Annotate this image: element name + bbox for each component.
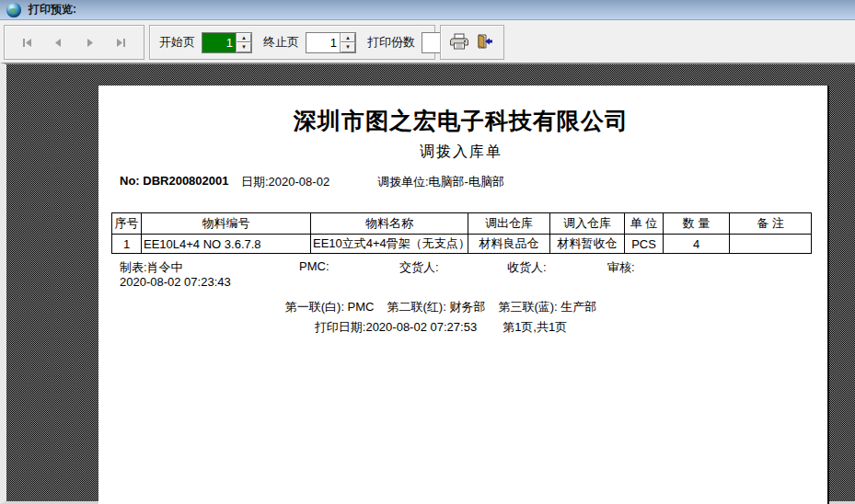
start-page-down-button[interactable]: ▼ <box>237 42 251 52</box>
copy-red: 第二联(红): 财务部 <box>387 299 486 315</box>
cell-in-warehouse: 材料暂收仓 <box>550 235 625 254</box>
previous-page-button[interactable] <box>47 30 71 54</box>
copy-blue: 第三联(蓝): 生产部 <box>498 299 596 315</box>
end-page-spinner[interactable]: 1 ▲ ▼ <box>306 32 356 53</box>
document-number: No: DBR200802001 <box>120 174 229 188</box>
cell-out-warehouse: 材料良品仓 <box>468 235 550 254</box>
print-actions-group <box>440 25 504 60</box>
header-out-warehouse: 调出仓库 <box>468 213 550 235</box>
document-page: 深圳市图之宏电子科技有限公司 调拨入库单 No: DBR200802001 日期… <box>98 86 829 504</box>
prepared-by: 制表:肖令中 <box>120 259 183 276</box>
cell-seq: 1 <box>112 235 142 254</box>
go-previous-icon <box>52 37 64 49</box>
cell-unit: PCS <box>625 235 664 254</box>
window-titlebar[interactable]: 打印预览: <box>0 0 855 20</box>
go-next-icon <box>84 37 96 49</box>
items-table: 序号 物料编号 物料名称 调出仓库 调入仓库 单 位 数 量 备 注 1 EE1… <box>111 212 812 254</box>
end-page-down-button[interactable]: ▼ <box>341 42 355 52</box>
cell-remark <box>730 235 812 254</box>
header-seq: 序号 <box>112 213 142 235</box>
go-last-icon <box>115 37 127 49</box>
first-page-button[interactable] <box>16 30 40 54</box>
header-remark: 备 注 <box>730 213 812 235</box>
exit-preview-button[interactable] <box>472 29 498 55</box>
page-settings-group: 开始页 1 ▲ ▼ 终止页 1 ▲ ▼ 打印份数 1 ▲ ▼ <box>149 25 435 60</box>
transfer-unit: 调拨单位:电脑部-电脑部 <box>377 174 504 190</box>
document-info-line: No: DBR200802001 日期:2020-08-02 调拨单位:电脑部-… <box>111 174 811 189</box>
start-page-value[interactable]: 1 <box>202 33 236 52</box>
copies-label: 打印份数 <box>367 34 415 51</box>
start-page-label: 开始页 <box>159 34 195 51</box>
window-title: 打印预览: <box>29 2 76 17</box>
receiver-label: 收货人: <box>507 259 547 276</box>
copies-distribution-line: 第一联(白): PMC 第二联(红): 财务部 第三联(蓝): 生产部 <box>91 299 791 315</box>
table-header-row: 序号 物料编号 物料名称 调出仓库 调入仓库 单 位 数 量 备 注 <box>112 213 812 235</box>
print-date: 打印日期:2020-08-02 07:27:53 <box>315 319 477 336</box>
end-page-value[interactable]: 1 <box>306 33 340 52</box>
document-date: 日期:2020-08-02 <box>241 174 329 190</box>
toolbar: 开始页 1 ▲ ▼ 终止页 1 ▲ ▼ 打印份数 1 ▲ ▼ <box>0 20 855 63</box>
signature-line: 制表:肖令中 PMC: 交货人: 收货人: 审核: <box>111 259 811 274</box>
copy-white: 第一联(白): PMC <box>285 299 375 315</box>
page-number: 第1页,共1页 <box>503 319 567 336</box>
header-material-name: 物料名称 <box>311 213 468 235</box>
table-row: 1 EE10L4+4 NO 3.6.7.8 EE10立式4+4骨架（无支点） 材… <box>112 235 812 254</box>
print-preview-window: { "window": { "title": "打印预览:" }, "toolb… <box>0 0 855 504</box>
next-page-button[interactable] <box>77 30 101 54</box>
cell-quantity: 4 <box>664 235 730 254</box>
document-title: 调拨入库单 <box>111 143 811 162</box>
cell-material-code: EE10L4+4 NO 3.6.7.8 <box>142 235 311 254</box>
end-page-up-button[interactable]: ▲ <box>341 33 355 43</box>
header-in-warehouse: 调入仓库 <box>550 213 625 235</box>
go-first-icon <box>21 37 33 49</box>
print-button[interactable] <box>446 29 472 55</box>
print-info-line: 打印日期:2020-08-02 07:27:53 第1页,共1页 <box>91 319 791 336</box>
header-quantity: 数 量 <box>664 213 730 235</box>
auditor-label: 审核: <box>607 259 635 276</box>
printer-icon <box>450 33 468 52</box>
last-page-button[interactable] <box>109 30 133 54</box>
pmc-signature: PMC: <box>299 259 329 273</box>
deliverer-label: 交货人: <box>399 259 439 276</box>
header-unit: 单 位 <box>625 213 664 235</box>
prepared-timestamp: 2020-08-02 07:23:43 <box>120 275 231 289</box>
app-globe-icon <box>6 3 21 17</box>
page-navigation-group <box>4 25 144 60</box>
end-page-label: 终止页 <box>263 34 299 51</box>
start-page-spinner[interactable]: 1 ▲ ▼ <box>202 32 252 53</box>
cell-material-name: EE10立式4+4骨架（无支点） <box>311 235 468 254</box>
start-page-up-button[interactable]: ▲ <box>237 33 251 43</box>
header-material-code: 物料编号 <box>142 213 311 235</box>
company-name: 深圳市图之宏电子科技有限公司 <box>111 106 811 136</box>
exit-door-icon <box>476 33 494 52</box>
